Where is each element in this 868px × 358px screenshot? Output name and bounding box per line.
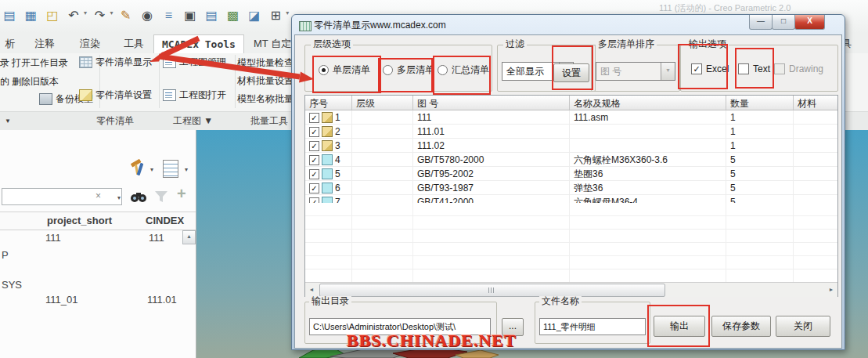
row-checkbox[interactable]: ✓ — [309, 169, 319, 179]
row-checkbox[interactable]: ✓ — [309, 155, 319, 165]
file-name-field[interactable]: 111_零件明细 — [539, 318, 646, 335]
list-settings-icon[interactable] — [163, 160, 178, 178]
tree-cell[interactable]: 111_01 — [45, 294, 77, 306]
filter-value: 全部显示 — [506, 65, 544, 78]
filter-funnel-icon[interactable] — [154, 190, 168, 206]
tools-hammer-icon[interactable] — [128, 158, 147, 181]
scroll-left-icon[interactable]: ◄ — [305, 284, 318, 296]
checkbox-excel[interactable]: ✓Excel — [691, 63, 729, 74]
parts-list-settings-button[interactable]: 零件清单设置 — [79, 89, 152, 102]
camera-icon[interactable]: ◉ — [139, 7, 156, 24]
tree-cell[interactable]: P — [2, 249, 9, 261]
regenerate-icon[interactable]: ≡ — [160, 7, 177, 24]
search-caret-icon[interactable]: ▾ — [117, 194, 121, 201]
open-folder-icon[interactable]: ◰ — [44, 7, 61, 24]
drawing-manage-button[interactable]: 工程图管理 — [163, 56, 226, 69]
radio-dot-icon — [319, 65, 329, 75]
scroll-up-button[interactable]: ▲ — [182, 230, 196, 244]
tree-cell[interactable]: SYS — [2, 279, 22, 291]
checkbox-icon: ✓ — [774, 63, 785, 74]
list-caret-icon[interactable]: ▾ — [185, 166, 188, 173]
paste-icon[interactable]: ◪ — [246, 7, 263, 24]
tree-cell[interactable]: 111 — [45, 232, 61, 244]
column-header-level[interactable]: 层级 — [352, 96, 413, 110]
scroll-right-icon[interactable]: ► — [825, 284, 837, 296]
table-row[interactable]: ✓5 GB/T95-2002 垫圈36 5 — [305, 167, 837, 181]
dialog-client-area: 层级选项 单层清单 多层清单 汇总清单 过滤 全部显示 ▼ 设置 多层清单排序 … — [294, 34, 842, 349]
row-checkbox[interactable]: ✓ — [309, 183, 319, 193]
clipped-button-fragment: 的 — [0, 75, 9, 89]
column-header-name-spec[interactable]: 名称及规格 — [570, 96, 726, 110]
part-type-icon — [322, 126, 333, 137]
table-row[interactable]: ✓6 GB/T93-1987 弹垫36 5 — [305, 181, 837, 195]
copy-icon[interactable]: ▩ — [224, 7, 241, 24]
arrange-caret-icon[interactable]: ▾ — [286, 9, 289, 16]
scrollbar-thumb[interactable] — [319, 284, 665, 297]
radio-single-level[interactable]: 单层清单 — [319, 63, 370, 77]
close-button[interactable]: X — [794, 15, 825, 30]
close-dialog-button[interactable]: 关闭 — [776, 316, 830, 337]
row-checkbox[interactable]: ✓ — [309, 141, 319, 151]
ribbon-collapse-caret-icon[interactable]: ▼ — [5, 118, 11, 125]
find-binoculars-icon[interactable] — [130, 190, 147, 206]
column-header-project-short[interactable]: project_short — [47, 215, 112, 226]
undo-caret-icon[interactable]: ▾ — [84, 9, 87, 16]
search-input[interactable] — [2, 188, 122, 205]
export-button[interactable]: 输出 — [654, 316, 705, 337]
window-icon[interactable]: ▣ — [182, 7, 199, 24]
table-row[interactable]: ✓2 111.01 1 — [305, 125, 837, 139]
notes-icon[interactable]: ▤ — [203, 7, 220, 24]
model-name-batch-button[interactable]: 模型名称批量 — [237, 92, 294, 106]
tab-mcadex-tools[interactable]: MCADEx Tools — [153, 34, 244, 53]
clear-search-icon[interactable]: × — [95, 190, 101, 201]
drawing-open-button[interactable]: 工程图打开 — [163, 89, 226, 102]
save-as-icon[interactable]: ▦ — [22, 7, 39, 24]
group-label-drawing[interactable]: 工程图 ▼ — [173, 114, 213, 128]
tree-cell[interactable]: 111.01 — [147, 294, 177, 306]
undo-icon[interactable]: ↶ — [65, 7, 82, 24]
column-header-material[interactable]: 材料 — [794, 96, 837, 110]
delete-old-versions-button[interactable]: 删除旧版本 — [12, 75, 59, 89]
add-column-icon[interactable]: + — [177, 185, 186, 203]
save-icon[interactable]: ▤ — [1, 7, 18, 24]
model-batch-check-button[interactable]: 模型批量检查 — [237, 56, 294, 70]
part-type-icon — [322, 112, 333, 123]
tree-cell[interactable]: 111 — [149, 232, 164, 244]
radio-multi-level[interactable]: 多层清单 — [383, 63, 434, 77]
filter-settings-button[interactable]: 设置 — [553, 63, 589, 82]
open-workdir-button[interactable]: 打开工作目录 — [12, 56, 68, 70]
parts-list-show-button[interactable]: 零件清单显示 — [79, 56, 152, 69]
empty-table-area — [305, 203, 837, 284]
row-checkbox[interactable]: ✓ — [309, 127, 319, 137]
checkbox-text[interactable]: ✓Text — [738, 63, 770, 74]
tab-render[interactable]: 渲染 — [72, 34, 108, 53]
tools-caret-icon[interactable]: ▾ — [150, 166, 153, 173]
arrange-icon[interactable]: ⊞ — [267, 7, 284, 24]
tab-tools[interactable]: 工具 — [116, 34, 152, 53]
tree-table-header: project_short CINDEX — [0, 212, 196, 230]
table-row[interactable]: ✓1 111 111.asm 1 — [305, 110, 837, 125]
tab-analysis[interactable]: 析 — [0, 34, 20, 53]
table-row[interactable]: ✓3 111.02 1 — [305, 139, 837, 153]
maximize-button[interactable]: □ — [772, 15, 795, 30]
level-options-label: 层级选项 — [311, 39, 353, 49]
redo-icon[interactable]: ↷ — [91, 7, 108, 24]
redo-caret-icon[interactable]: ▾ — [110, 9, 113, 16]
column-header-no[interactable]: 序号 — [305, 96, 352, 110]
parts-table-header: 序号 层级 图 号 名称及规格 数量 材料 — [305, 96, 837, 110]
column-header-cindex[interactable]: CINDEX — [146, 215, 184, 226]
table-row[interactable]: ✓4 GB/T5780-2000 六角螺栓M36X360-3.6 5 — [305, 153, 837, 167]
minimize-button[interactable]: — — [749, 15, 773, 30]
tab-annotate[interactable]: 注释 — [27, 34, 63, 53]
edit-icon[interactable]: ✎ — [117, 7, 135, 24]
radio-dot-icon — [438, 65, 448, 75]
column-header-qty[interactable]: 数量 — [726, 96, 794, 110]
row-checkbox[interactable]: ✓ — [309, 113, 319, 123]
parts-list-dialog: 零件清单显示www.mcadex.com — □ X 层级选项 单层清单 多层清… — [291, 14, 845, 350]
material-batch-set-button[interactable]: 材料批量设置 — [237, 74, 294, 88]
sort-value: 图 号 — [600, 65, 621, 78]
radio-summary[interactable]: 汇总清单 — [438, 63, 489, 77]
save-params-button[interactable]: 保存参数 — [711, 316, 771, 337]
part-type-icon — [322, 168, 333, 179]
column-header-drawing-no[interactable]: 图 号 — [413, 96, 570, 110]
